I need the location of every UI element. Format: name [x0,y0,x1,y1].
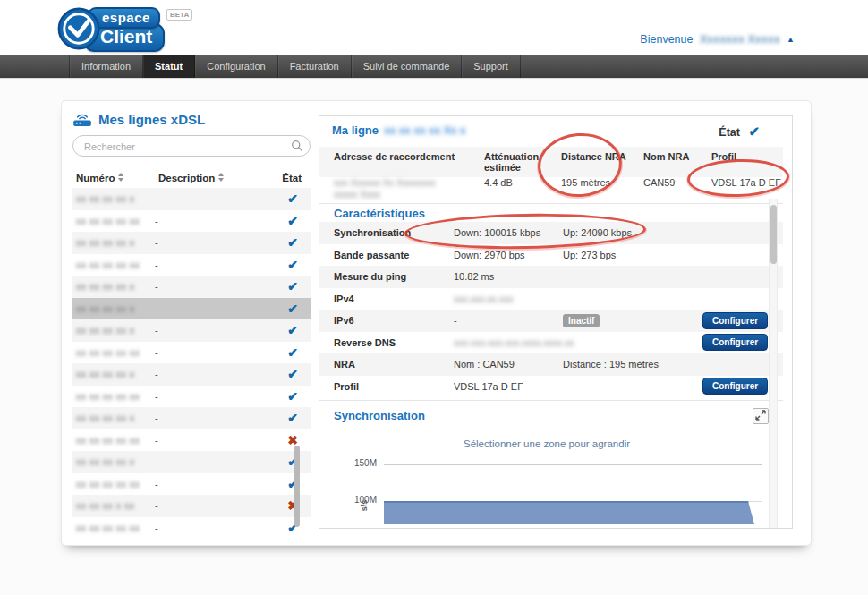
line-status-icon: ✔ [260,367,311,381]
row-label: Bande passante [334,250,454,260]
line-row[interactable]: xx xx xx xx x - ✔ [72,363,311,386]
panel-scrollbar-thumb[interactable] [770,205,777,264]
line-row[interactable]: xx xx xx xx xx - ✔ [72,210,311,233]
logo[interactable]: espace Client BETA [57,4,191,53]
line-number-masked: xx xx xx xx xx [72,435,155,446]
divider [319,203,783,204]
nav-tab-label: Information [81,61,131,72]
line-description: - [155,500,260,511]
main-card: Mes lignes xDSL Numéro Description État [61,100,812,546]
reverse-dns-masked: xxx-xxx-xxx-xxx.xxxx.xxxx.xx [454,337,702,348]
sort-icon [118,173,123,182]
line-status-icon: ✖ [260,433,311,447]
lines-table: xx xx xx xx x - ✔ xx xx xx xx xx - ✔ xx … [72,188,311,539]
attenuation-value: 4.4 dB [484,177,561,200]
nav-tabs: Information Statut Configuration Factura… [69,55,868,78]
line-number-masked: xx xx xx xx Xx x [384,124,465,137]
line-number-masked: xx xx xx xx x [72,281,155,292]
expand-chart-button[interactable] [753,408,769,424]
lines-table-header: Numéro Description État [72,170,311,188]
info-table-header: Adresse de raccordement Atténuation esti… [319,147,783,177]
line-status-icon: ✔ [260,302,311,316]
page: espace Client BETA Bienvenue Xxxxxxx Xxx… [0,0,868,595]
line-row[interactable]: xx xx xx xx xx - ✔ [72,254,311,276]
row-profil: Profil VDSL 17a D EF Configurer [319,376,783,398]
address-line1: xxx Xxxxxx Xx Xxxxxxxx [334,177,436,188]
address-line2: xxxxx Xxxx [334,189,380,200]
line-description: - [155,523,260,533]
row-bande-passante: Bande passante Down: 2970 bps Up: 273 bp… [319,244,783,267]
nav-tab[interactable]: Information [69,55,143,78]
profil-value: VDSL 17a D EF [711,177,783,200]
ipv4-masked: xxx.xxx.xx.xxx [454,293,563,304]
sync-section-heading: Synchronisation [334,409,425,422]
line-row[interactable]: xx xx xx xx x - ✔ [72,232,311,254]
line-row[interactable]: xx xx xx xx x - ✔ [72,451,311,473]
line-row[interactable]: xx xx xx xx xx - ✔ [72,386,311,408]
user-menu[interactable]: Bienvenue Xxxxxxx Xxxxx ▲ [640,33,795,46]
gridline-150m [384,464,762,465]
line-row[interactable]: xx xx xx xx x - ✔ [72,407,311,429]
configure-profil-button[interactable]: Configurer [702,378,768,395]
row-reverse-dns: Reverse DNS xxx-xxx-xxx-xxx.xxxx.xxxx.xx… [319,332,783,354]
column-header-description[interactable]: Description [158,173,264,183]
line-status-icon: ✔ [260,258,311,272]
line-description: - [155,303,260,314]
search-icon[interactable] [291,140,303,152]
line-row[interactable]: xx xx xx x xx - ✖ [72,495,311,517]
line-row[interactable]: xx xx xx xx x - ✔ [72,319,311,342]
line-number-masked: xx xx xx xx xx [72,347,155,358]
lines-scrollbar-thumb[interactable] [294,446,300,527]
info-table-values: xxx Xxxxxx Xx Xxxxxxxx xxxxx Xxxx 4.4 dB… [319,174,783,200]
column-header-numero[interactable]: Numéro [76,173,158,183]
distance-nra-value: 195 mètres [561,177,643,200]
line-row[interactable]: xx xx xx xx x - ✔ [72,276,311,298]
line-status-icon: ✔ [260,214,311,228]
line-description: - [155,237,260,248]
nav-tab[interactable]: Configuration [195,55,277,78]
line-status-icon: ✖ [260,498,311,513]
lines-panel-title: Mes lignes xDSL [72,112,311,127]
line-row[interactable]: xx xx xx xx x - ✔ [72,188,311,210]
caret-up-icon: ▲ [787,35,795,44]
line-description: - [155,435,260,446]
line-number-masked: xx xx xx xx xx [72,216,155,226]
lines-panel-title-text: Mes lignes xDSL [98,112,205,127]
line-status-icon: ✔ [260,455,311,469]
line-number-masked: xx xx xx xx x [72,412,155,423]
line-number-masked: xx xx xx xx x [72,325,155,336]
line-row[interactable]: xx xx xx xx x - ✔ [72,298,311,320]
line-row[interactable]: xx xx xx xx xx - ✖ [72,429,311,452]
sync-area-series[interactable] [384,501,754,524]
line-row[interactable]: xx xx xx xx xx - ✔ [72,517,311,540]
info-header-distance-nra: Distance NRA [561,151,643,173]
nav-tab[interactable]: Suivi de commande [352,55,463,78]
nav-tab[interactable]: Support [462,55,521,78]
configure-ipv6-button[interactable]: Configurer [702,312,768,329]
search-input[interactable] [82,138,283,155]
ipv6-value: - [454,315,563,326]
bande-up-value: Up: 273 bps [563,250,702,260]
line-status: État ✔ [719,123,760,140]
column-header-etat: État [264,173,311,183]
nav-tab[interactable]: Facturation [278,55,352,78]
row-label: NRA [334,359,454,370]
line-row[interactable]: xx xx xx xx xx - ✔ [72,342,311,364]
line-number-masked: xx xx xx xx x [72,303,155,314]
line-number-masked: xx xx xx xx xx [72,523,155,533]
row-synchronisation: Synchronisation Down: 100015 kbps Up: 24… [319,222,783,244]
ping-value: 10.82 ms [454,271,563,282]
info-header-attenuation: Atténuation estimée [484,151,561,173]
configure-reverse-dns-button[interactable]: Configurer [702,334,768,351]
status-label: État [719,126,740,139]
line-row[interactable]: xx xx xx xx xx - ✔ [72,473,311,496]
line-detail-title: Ma lignexx xx xx xx Xx x [332,123,760,137]
profil-row-value: VDSL 17a D EF [454,381,563,392]
line-description: - [155,216,260,226]
logo-beta-badge: BETA [166,9,192,21]
row-ipv4: IPv4 xxx.xxx.xx.xxx [319,288,783,310]
line-description: - [155,479,260,489]
row-label: Profil [334,381,454,392]
nav-tab[interactable]: Statut [143,55,195,78]
row-ipv6: IPv6 - Inactif Configurer [319,310,783,332]
